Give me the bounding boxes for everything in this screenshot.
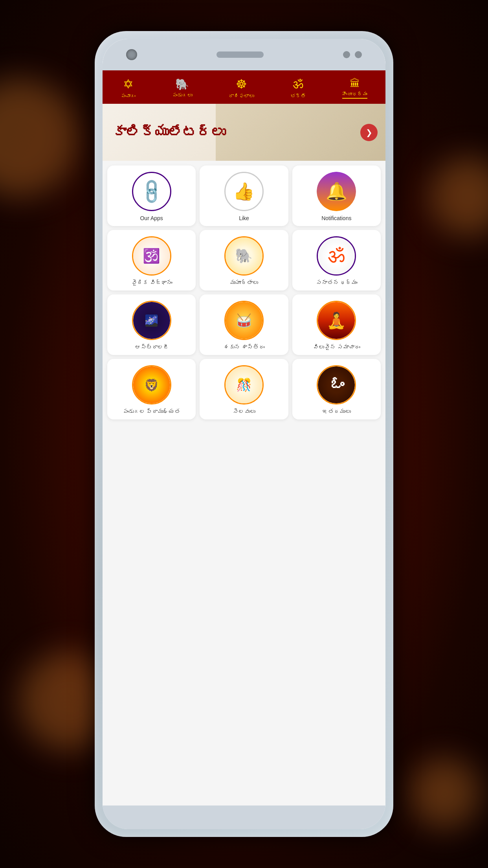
vedic-label: వైదిక విజ్ఞానం — [131, 280, 172, 286]
phone-bottom-bar — [103, 805, 385, 829]
muhurtas-icon-circle: 🐘 — [224, 236, 264, 276]
grid-item-shakuna[interactable]: 🥁 శకున శాస్త్రం — [200, 294, 288, 355]
om-image: ॐ — [318, 237, 355, 274]
app-header: ✡ పంచాంగం 🐘 పండుగలు ☸ రాశిఫలాలు ॐ భక్తి … — [103, 70, 385, 104]
astro-image: 🌌 — [133, 302, 170, 339]
hinduism-icon: 🏛 — [350, 77, 360, 90]
grid-item-vedic-science[interactable]: 🕉️ వైదిక విజ్ఞానం — [107, 230, 196, 291]
phone-frame: ✡ పంచాంగం 🐘 పండుగలు ☸ రాశిఫలాలు ॐ భక్తి … — [95, 31, 393, 837]
others-icon-circle: ఓం — [317, 365, 356, 405]
durga-image: 🦁 — [133, 366, 170, 403]
vedic-icon-circle: 🕉️ — [132, 236, 171, 276]
like-icon-circle: 👍 — [224, 172, 264, 211]
horoscope-label: రాశిఫలాలు — [229, 93, 254, 99]
sensors — [343, 51, 362, 58]
valuable-news-label: విలువైన సమాచారం — [313, 344, 360, 350]
shakuna-icon-circle: 🥁 — [224, 301, 264, 340]
our-apps-icon-circle: 🔗 — [132, 172, 171, 211]
notifications-icon-circle: 🔔 — [317, 172, 356, 211]
ganesha-image: 🐘 — [226, 237, 262, 274]
sensor-1 — [343, 51, 350, 58]
astrology-icon-circle: 🌌 — [132, 301, 171, 340]
grid-item-valuable-news[interactable]: 🧘 విలువైన సమాచారం — [292, 294, 381, 355]
horoscope-icon: ☸ — [236, 77, 247, 92]
our-apps-label: Our Apps — [140, 215, 163, 221]
nav-horoscope[interactable]: ☸ రాశిఫలాలు — [226, 75, 257, 101]
notifications-label: Notifications — [321, 215, 351, 221]
front-camera — [126, 49, 137, 60]
nav-bhakti[interactable]: ॐ భక్తి — [287, 75, 309, 101]
festival-importance-label: పండుగల ప్రాముఖ్యత — [123, 408, 180, 415]
om-dark-image: ఓం — [318, 366, 355, 403]
festivals-label: పండుగలు — [172, 92, 193, 98]
holidays-label: సెలవులు — [233, 408, 255, 415]
grid-item-like[interactable]: 👍 Like — [200, 166, 288, 226]
banner: కాలిక్యులేటర్లు ❯ — [103, 104, 385, 161]
others-label: ఇతరములు — [322, 408, 351, 415]
speaker — [216, 51, 264, 58]
phone-screen: ✡ పంచాంగం 🐘 పండుగలు ☸ రాశిఫలాలు ॐ భక్తి … — [103, 39, 385, 829]
grid-item-muhurtas[interactable]: 🐘 ముహూర్తాలు — [200, 230, 288, 291]
sensor-2 — [355, 51, 362, 58]
shiva-image: 🕉️ — [133, 237, 170, 274]
grid-item-astrology[interactable]: 🌌 ఆస్ట్రాలజీ — [107, 294, 196, 355]
hinduism-label: హిందూధర్మం — [342, 91, 367, 99]
app-content: ✡ పంచాంగం 🐘 పండుగలు ☸ రాశిఫలాలు ॐ భక్తి … — [103, 70, 385, 805]
holidays-icon-circle: 🎊 — [224, 365, 264, 405]
grid-item-festival-importance[interactable]: 🦁 పండుగల ప్రాముఖ్యత — [107, 359, 196, 419]
grid-item-our-apps[interactable]: 🔗 Our Apps — [107, 166, 196, 226]
festival-icon-circle: 🦁 — [132, 365, 171, 405]
nav-panchang[interactable]: ✡ పంచాంగం — [117, 75, 139, 101]
shakuna-label: శకున శాస్త్రం — [224, 344, 264, 350]
sanatana-label: సనాతన ధర్మం — [316, 280, 357, 286]
festivals-icon: 🐘 — [175, 78, 189, 91]
grid-item-sanatana-dharma[interactable]: ॐ సనాతన ధర్మం — [292, 230, 381, 291]
nav-hinduism[interactable]: 🏛 హిందూధర్మం — [339, 76, 371, 100]
shakuna-image: 🥁 — [226, 302, 262, 339]
celeb-image: 🎊 — [226, 366, 262, 403]
banner-title: కాలిక్యులేటర్లు — [103, 124, 226, 141]
bell-icon: 🔔 — [326, 181, 347, 202]
bell-bg: 🔔 — [317, 172, 356, 211]
panchang-label: పంచాంగం — [121, 93, 136, 99]
like-label: Like — [239, 215, 249, 221]
phone-top-bar — [103, 39, 385, 70]
bhakti-icon: ॐ — [293, 77, 303, 92]
grid-item-holidays[interactable]: 🎊 సెలవులు — [200, 359, 288, 419]
astrology-label: ఆస్ట్రాలజీ — [135, 344, 169, 350]
link-icon: 🔗 — [137, 177, 167, 206]
grid-item-notifications[interactable]: 🔔 Notifications — [292, 166, 381, 226]
bhakti-label: భక్తి — [290, 93, 306, 99]
nav-festivals[interactable]: 🐘 పండుగలు — [169, 76, 196, 100]
main-grid: 🔗 Our Apps 👍 Like 🔔 No — [103, 161, 385, 424]
muhurtas-label: ముహూర్తాలు — [230, 280, 258, 286]
yoga-image: 🧘 — [318, 302, 355, 339]
grid-item-others[interactable]: ఓం ఇతరములు — [292, 359, 381, 419]
yoga-icon-circle: 🧘 — [317, 301, 356, 340]
panchang-icon: ✡ — [123, 77, 134, 92]
like-icon: 👍 — [233, 181, 255, 202]
sanatana-icon-circle: ॐ — [317, 236, 356, 276]
banner-arrow-button[interactable]: ❯ — [360, 124, 378, 141]
